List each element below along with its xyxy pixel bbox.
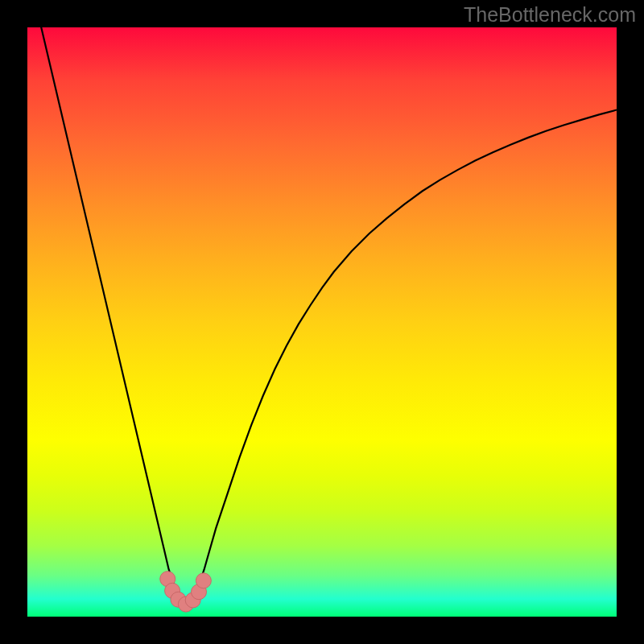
optimal-range-markers [27, 27, 617, 617]
watermark-text: TheBottleneck.com [464, 3, 636, 27]
chart-frame: TheBottleneck.com [0, 0, 644, 644]
marker-dot [196, 573, 211, 588]
marker-group [160, 572, 212, 612]
plot-area [27, 27, 617, 617]
